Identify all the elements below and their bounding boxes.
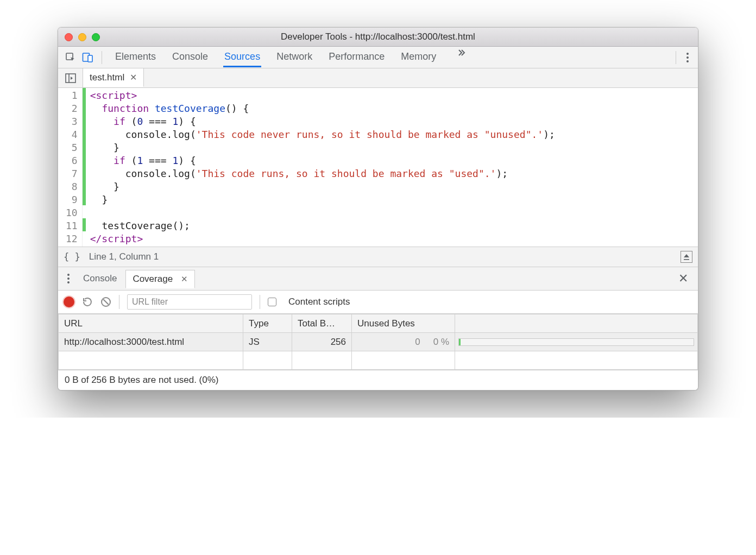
drawer-close-icon[interactable]: ✕ [673, 272, 694, 286]
url-filter-input[interactable] [127, 294, 252, 310]
separator [260, 295, 260, 309]
record-button[interactable] [64, 297, 74, 307]
svg-point-5 [686, 60, 689, 62]
svg-rect-2 [88, 55, 92, 62]
col-unused-bytes[interactable]: Unused Bytes [352, 314, 455, 333]
col-type[interactable]: Type [243, 314, 292, 333]
close-icon[interactable]: ✕ [130, 72, 137, 83]
line-number: 11 [58, 219, 82, 232]
editor-status-bar: { } Line 1, Column 1 [58, 247, 698, 267]
table-row[interactable]: http://localhost:3000/test.html JS 256 0… [59, 333, 698, 351]
line-number: 5 [58, 141, 82, 154]
cell-total: 256 [292, 333, 352, 351]
line-number: 2 [58, 102, 82, 115]
code-content[interactable]: <script> function testCoverage() { if (0… [86, 88, 559, 247]
svg-point-9 [67, 281, 70, 283]
settings-kebab-icon[interactable] [683, 52, 692, 63]
separator [676, 51, 676, 64]
cell-url: http://localhost:3000/test.html [59, 333, 243, 351]
line-number: 3 [58, 115, 82, 128]
tab-console[interactable]: Console [171, 47, 209, 67]
drawer-tab-console[interactable]: Console [77, 270, 123, 287]
main-tabs: Elements Console Sources Network Perform… [114, 47, 669, 67]
window-title: Developer Tools - http://localhost:3000/… [58, 31, 698, 42]
cell-unused: 0 0 % [352, 333, 455, 351]
line-number: 6 [58, 154, 82, 167]
col-url[interactable]: URL [59, 314, 243, 333]
traffic-lights [65, 33, 100, 41]
cell-type: JS [243, 333, 292, 351]
collapse-drawer-icon[interactable] [681, 251, 692, 263]
content-scripts-checkbox[interactable] [268, 298, 276, 306]
usage-bar [458, 338, 694, 346]
cell-bar [455, 333, 698, 351]
unused-pct: 0 % [433, 337, 449, 348]
inspect-element-icon[interactable] [64, 51, 78, 65]
file-tab-bar: test.html ✕ [58, 68, 698, 88]
device-toolbar-icon[interactable] [81, 51, 95, 65]
svg-point-7 [67, 274, 70, 276]
svg-point-4 [686, 56, 689, 59]
line-number: 8 [58, 180, 82, 193]
table-header-row: URL Type Total B… Unused Bytes [59, 314, 698, 333]
line-number: 1 [58, 89, 82, 102]
devtools-window: Developer Tools - http://localhost:3000/… [58, 27, 698, 390]
tab-memory[interactable]: Memory [400, 47, 437, 67]
coverage-toolbar: Content scripts [58, 290, 698, 314]
table-row-empty [59, 351, 698, 370]
line-number: 4 [58, 128, 82, 141]
minimize-window-button[interactable] [78, 33, 86, 41]
close-window-button[interactable] [65, 33, 73, 41]
file-tab-test-html[interactable]: test.html ✕ [83, 68, 144, 87]
code-editor[interactable]: 1 2 3 4 5 6 7 8 9 10 11 12 <script> func… [58, 88, 698, 247]
line-number: 10 [58, 206, 82, 219]
tab-performance[interactable]: Performance [327, 47, 386, 67]
separator [102, 51, 102, 64]
coverage-table: URL Type Total B… Unused Bytes http://lo… [58, 314, 698, 370]
zoom-window-button[interactable] [92, 33, 100, 41]
drawer-tab-coverage[interactable]: Coverage ✕ [125, 270, 194, 288]
close-icon[interactable]: ✕ [181, 274, 188, 283]
titlebar: Developer Tools - http://localhost:3000/… [58, 28, 698, 47]
col-total-bytes[interactable]: Total B… [292, 314, 352, 333]
coverage-summary: 0 B of 256 B bytes are not used. (0%) [58, 370, 698, 390]
drawer-kebab-icon[interactable] [62, 273, 74, 284]
file-tab-label: test.html [90, 72, 124, 83]
clear-icon[interactable] [100, 297, 111, 307]
pretty-print-icon[interactable]: { } [64, 251, 80, 262]
tab-elements[interactable]: Elements [114, 47, 157, 67]
svg-point-8 [67, 278, 70, 280]
line-number: 12 [58, 232, 82, 245]
drawer-tabs: Console Coverage ✕ ✕ [58, 267, 698, 290]
separator [119, 295, 119, 309]
drawer-tab-label: Coverage [133, 274, 173, 284]
line-number: 9 [58, 193, 82, 206]
navigator-toggle-icon[interactable] [58, 68, 83, 87]
reload-icon[interactable] [82, 297, 93, 307]
main-toolbar: Elements Console Sources Network Perform… [58, 47, 698, 68]
svg-point-3 [686, 53, 689, 55]
unused-count: 0 [415, 337, 420, 348]
content-scripts-label: Content scripts [288, 297, 350, 307]
more-tabs-icon[interactable] [456, 47, 467, 67]
line-number: 7 [58, 167, 82, 180]
cursor-position: Line 1, Column 1 [89, 251, 159, 262]
tab-network[interactable]: Network [275, 47, 313, 67]
col-bar [455, 314, 698, 333]
tab-sources[interactable]: Sources [223, 47, 261, 67]
line-gutter: 1 2 3 4 5 6 7 8 9 10 11 12 [58, 88, 83, 247]
